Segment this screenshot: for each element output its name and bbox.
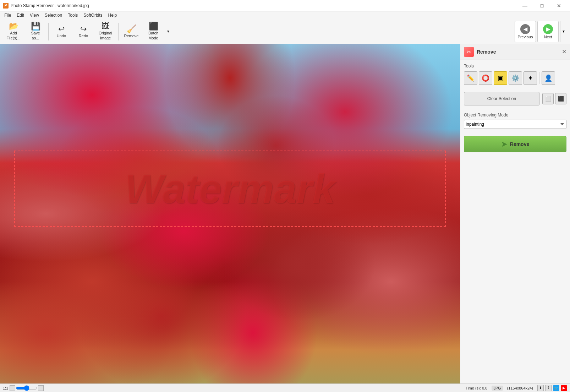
status-zoom: 1:1 − + bbox=[3, 385, 44, 391]
tools-grid: ✏️ ⭕ ▣ ⚙️ ✦ 👤 bbox=[464, 71, 566, 85]
wand-tool-button[interactable]: ✦ bbox=[524, 71, 537, 85]
original-image-button[interactable]: 🖼 Original Image bbox=[95, 21, 116, 42]
zoom-slider[interactable] bbox=[16, 386, 37, 390]
remove-icon: 🧹 bbox=[127, 25, 136, 33]
toolbar-sep-2 bbox=[118, 23, 119, 40]
twitter-button[interactable]: 🐦 bbox=[553, 385, 559, 391]
magic-tool-button[interactable]: ⚙️ bbox=[509, 71, 522, 85]
redo-button[interactable]: ↪ Redo bbox=[73, 21, 94, 42]
mode-section: Object Removing Mode Inpainting Content-… bbox=[460, 109, 570, 132]
remove-button[interactable]: 🧹 Remove bbox=[121, 21, 142, 42]
selection-extra: ⬜ ⬛ bbox=[542, 93, 566, 104]
remove-action-icon: ➤ bbox=[501, 140, 507, 148]
toolbox-remove-icon: ✂ bbox=[464, 47, 474, 57]
time-label: Time (s): bbox=[466, 386, 481, 390]
batch-mode-icon: ⬛ bbox=[149, 22, 158, 30]
watermark-container: Watermark bbox=[14, 151, 446, 227]
undo-label: Undo bbox=[57, 34, 66, 38]
nav-expand-button[interactable]: ▼ bbox=[560, 21, 567, 42]
status-icons: ℹ ⤴ 🐦 ▶ bbox=[537, 385, 567, 391]
info-button[interactable]: ℹ bbox=[537, 385, 544, 391]
next-label: Next bbox=[544, 35, 552, 39]
clear-section: Clear Selection ⬜ ⬛ bbox=[460, 88, 570, 109]
minimize-button[interactable]: — bbox=[517, 1, 533, 11]
status-bar: 1:1 − + Time (s): 0.0 JPG (1154x864x24) … bbox=[0, 383, 570, 392]
youtube-button[interactable]: ▶ bbox=[561, 385, 567, 391]
main-area: Watermark ✂ Remove ✕ Tools ✏️ ⭕ bbox=[0, 44, 570, 383]
mode-label: Object Removing Mode bbox=[464, 113, 566, 118]
mode-select[interactable]: Inpainting Content-Aware Fill Smart Fill bbox=[464, 120, 566, 129]
menu-edit[interactable]: Edit bbox=[14, 12, 27, 18]
undo-button[interactable]: ↩ Undo bbox=[51, 21, 72, 42]
remove-action-button[interactable]: ➤ Remove bbox=[464, 136, 566, 152]
magic-icon: ⚙️ bbox=[511, 74, 519, 82]
original-image-icon: 🖼 bbox=[102, 22, 109, 30]
save-icon: 💾 bbox=[31, 22, 40, 30]
batch-expand-button[interactable]: ▼ bbox=[165, 21, 172, 42]
menu-file[interactable]: File bbox=[1, 12, 14, 18]
toolbar-sep-1 bbox=[48, 23, 49, 40]
close-button[interactable]: ✕ bbox=[551, 1, 567, 11]
redo-icon: ↪ bbox=[80, 25, 87, 33]
lasso-tool-button[interactable]: ⭕ bbox=[479, 71, 492, 85]
menu-view[interactable]: View bbox=[27, 12, 42, 18]
wand-icon: ✦ bbox=[528, 74, 533, 82]
save-label: Save as... bbox=[31, 31, 40, 40]
tools-section: Tools ✏️ ⭕ ▣ ⚙️ ✦ 👤 bbox=[460, 60, 570, 88]
next-button[interactable]: ▶ Next bbox=[537, 21, 559, 42]
clear-selection-button[interactable]: Clear Selection bbox=[464, 92, 539, 105]
toolbox-title: Remove bbox=[477, 49, 496, 55]
rect-tool-button[interactable]: ▣ bbox=[494, 71, 507, 85]
batch-mode-button[interactable]: ⬛ Batch Mode bbox=[143, 21, 164, 42]
menu-help[interactable]: Help bbox=[105, 12, 120, 18]
toolbar-right: ◀ Previous ▶ Next ▼ bbox=[515, 21, 567, 42]
status-dimensions: (1154x864x24) bbox=[507, 386, 533, 390]
image-canvas[interactable]: Watermark bbox=[0, 44, 460, 383]
zoom-out-button[interactable]: − bbox=[10, 385, 15, 391]
menu-selection[interactable]: Selection bbox=[42, 12, 65, 18]
add-files-button[interactable]: 📂 Add File(s)... bbox=[3, 21, 24, 42]
toolbox-title-row: ✂ Remove bbox=[464, 47, 496, 57]
save-as-button[interactable]: 💾 Save as... bbox=[25, 21, 46, 42]
canvas-area[interactable]: Watermark bbox=[0, 44, 460, 383]
previous-label: Previous bbox=[518, 35, 533, 39]
tools-label: Tools bbox=[464, 64, 566, 69]
title-bar: P Photo Stamp Remover - watermarked.jpg … bbox=[0, 0, 570, 11]
title-bar-controls: — □ ✕ bbox=[517, 1, 567, 11]
status-time: Time (s): 0.0 bbox=[466, 386, 487, 390]
toolbar: 📂 Add File(s)... 💾 Save as... ↩ Undo ↪ R… bbox=[0, 19, 570, 44]
menu-softorbits[interactable]: SoftOrbits bbox=[81, 12, 105, 18]
toolbox-header: ✂ Remove ✕ bbox=[460, 44, 570, 60]
invert-selection-button[interactable]: ⬛ bbox=[555, 93, 566, 104]
pencil-tool-button[interactable]: ✏️ bbox=[464, 71, 477, 85]
original-image-label: Original Image bbox=[99, 31, 112, 40]
status-format: JPG bbox=[492, 386, 503, 391]
menu-tools[interactable]: Tools bbox=[65, 12, 81, 18]
toolbox-close-button[interactable]: ✕ bbox=[562, 49, 566, 55]
watermark-text: Watermark bbox=[125, 165, 335, 212]
add-files-icon: 📂 bbox=[9, 22, 18, 30]
batch-mode-label: Batch Mode bbox=[148, 31, 158, 40]
lasso-icon: ⭕ bbox=[482, 74, 489, 82]
zoom-in-button[interactable]: + bbox=[38, 385, 44, 391]
add-files-label: Add File(s)... bbox=[6, 31, 21, 40]
stamp-icon: 👤 bbox=[544, 74, 552, 82]
remove-section: ➤ Remove bbox=[460, 132, 570, 156]
app-icon: P bbox=[3, 3, 9, 9]
share-button[interactable]: ⤴ bbox=[545, 385, 552, 391]
tool-sep bbox=[539, 72, 539, 84]
select-all-button[interactable]: ⬜ bbox=[542, 93, 554, 104]
rect-icon: ▣ bbox=[498, 74, 504, 82]
zoom-controls: − + bbox=[10, 385, 44, 391]
menu-bar: File Edit View Selection Tools SoftOrbit… bbox=[0, 11, 570, 19]
title-bar-text: Photo Stamp Remover - watermarked.jpg bbox=[11, 3, 89, 8]
zoom-level: 1:1 bbox=[3, 386, 8, 390]
remove-action-label: Remove bbox=[510, 141, 529, 147]
title-bar-left: P Photo Stamp Remover - watermarked.jpg bbox=[3, 3, 89, 9]
previous-icon: ◀ bbox=[520, 24, 530, 34]
previous-button[interactable]: ◀ Previous bbox=[515, 21, 536, 42]
next-icon: ▶ bbox=[543, 24, 553, 34]
stamp-tool-button[interactable]: 👤 bbox=[542, 71, 555, 85]
maximize-button[interactable]: □ bbox=[534, 1, 550, 11]
undo-icon: ↩ bbox=[58, 25, 65, 33]
